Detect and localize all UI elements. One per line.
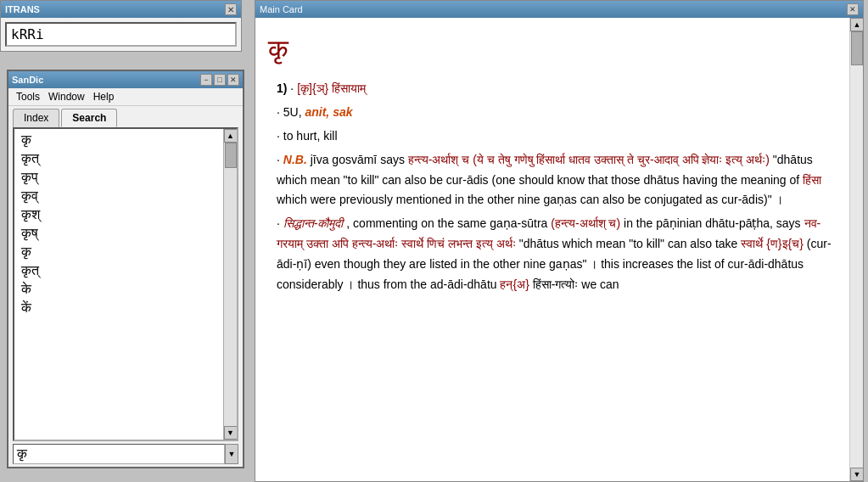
itrans-input-area [1,18,241,51]
entry-siddh-devanagari4: हन्{अ} [500,277,529,291]
entry-siddh-text1: , commenting on the same gaṇa-sūtra [346,216,551,230]
list-item[interactable]: कृत् [14,149,223,168]
entry-bullet: · [290,81,297,95]
entry-nb-himsa: हिंसा [803,173,821,187]
sandic-bottom-dropdown-area: कृ ▼ [8,441,243,467]
bullet-marker-3: · [277,153,283,166]
entry-anit: anit, sak [305,105,352,119]
scroll-thumb[interactable] [225,143,237,168]
sandic-menu-help[interactable]: Help [90,90,118,104]
maincard-title: Main Card [260,4,303,14]
entry-nb-label: N.B. [283,153,307,166]
entry-nb-block: · N.B. jīva gosvāmī says हन्त्य-अर्थाश् … [268,150,837,210]
entry-nb-devanagari: हन्त्य-अर्थाश् च (ये च तेषु गणेषु हिंसार… [408,153,770,166]
sandic-maximize-button[interactable]: □ [214,74,226,86]
entry-bracket: [कृ]{ञ्} [297,81,328,95]
itrans-close-button[interactable]: ✕ [225,3,237,15]
tab-index[interactable]: Index [13,109,59,127]
sandic-menubar: Tools Window Help [8,88,243,106]
bullet-marker-4: · [277,216,283,230]
sandic-dropdown[interactable]: कृ [13,444,225,464]
entry-5u: 5U, [283,105,305,119]
entry-nb-author: jīva gosvāmī says [311,153,408,166]
bullet-marker-1: · [277,105,283,119]
maincard-scroll-thumb[interactable] [851,31,863,65]
itrans-window: ITRANS ✕ [0,0,242,52]
maincard-content-wrapper: कृ 1) · [कृ]{ञ्} हिंसायाम् · 5U, anit, s… [255,18,863,481]
maincard-close-button[interactable]: ✕ [847,3,859,15]
maincard-scroll-down[interactable]: ▼ [850,468,864,481]
scroll-down-arrow[interactable]: ▼ [224,426,238,440]
entry-siddh-devanagari3: स्वार्थे {ण}इ{च} [741,237,804,250]
itrans-title: ITRANS [5,4,40,14]
dropdown-arrow-icon[interactable]: ▼ [225,444,238,464]
maincard-titlebar: Main Card ✕ [255,1,863,18]
entry-siddh-name: सिद्धान्त-कौमुदी [283,216,344,230]
tab-search[interactable]: Search [61,109,117,127]
entry-number: 1) [277,81,287,95]
sandic-close-button[interactable]: ✕ [227,74,239,86]
entry-siddh-text3: "dhātus which mean "to kill" can also ta… [519,237,742,250]
entry-siddh-text2: in the pāṇinian dhātu-pāṭha, says [624,216,804,230]
list-item[interactable]: कृष् [14,224,223,243]
maincard-heading: कृ [268,26,837,72]
sandic-titlebar: SanDic − □ ✕ [8,71,243,88]
sandic-list-container: कृ कृत् कृप् कृव् कृश् कृष् कृ कृत् के क… [13,127,238,441]
entry-main-word: हिंसायाम् [332,81,366,95]
list-item[interactable]: कृव् [14,187,223,205]
maincard-content[interactable]: कृ 1) · [कृ]{ञ्} हिंसायाम् · 5U, anit, s… [255,18,849,481]
sandic-word-list[interactable]: कृ कृत् कृप् कृव् कृश् कृष् कृ कृत् के क… [14,129,223,440]
sandic-minimize-button[interactable]: − [200,74,212,86]
sandic-menu-tools[interactable]: Tools [13,90,43,104]
entry-siddh-devanagari1: (हन्त्य-अर्थाश् च) [551,216,620,230]
sandic-menu-window[interactable]: Window [45,90,88,104]
entry-siddh-block: · सिद्धान्त-कौमुदी , commenting on the s… [268,214,837,294]
maincard-scroll-up[interactable]: ▲ [850,18,864,31]
maincard-scrollbar[interactable]: ▲ ▼ [849,18,863,481]
sandic-window: SanDic − □ ✕ Tools Window Help Index Sea… [7,70,244,468]
list-item[interactable]: कृप् [14,168,223,187]
list-item[interactable]: कृ [14,131,223,149]
bullet-marker-2: · [277,129,283,143]
entry-siddh-wecan: we can [581,277,619,291]
list-item[interactable]: कृ [14,243,223,261]
entry-siddh-para: · सिद्धान्त-कौमुदी , commenting on the s… [277,214,837,294]
sandic-tab-bar: Index Search [8,106,243,127]
entry-meaning: to hurt, kill [283,129,338,143]
list-item[interactable]: कृत् [14,261,223,280]
scroll-up-arrow[interactable]: ▲ [224,129,238,143]
scroll-track [224,143,237,426]
list-item[interactable]: कृश् [14,205,223,224]
list-item[interactable]: कें [14,299,223,317]
list-item[interactable]: के [14,280,223,299]
sandic-list-scrollbar[interactable]: ▲ ▼ [223,129,237,440]
maincard-scroll-track [850,31,863,468]
itrans-titlebar: ITRANS ✕ [1,1,241,18]
entry-nb-continuation: which were previously mentioned in the o… [277,193,783,206]
entry-block: 1) · [कृ]{ञ्} हिंसायाम् [268,79,837,99]
entry-detail-2: · to hurt, kill [268,126,837,147]
entry-detail-1: · 5U, anit, sak [268,103,837,123]
itrans-search-input[interactable] [5,22,237,47]
sandic-title: SanDic [12,75,43,85]
entry-siddh-himsa: हिंसा-गत्योः [533,277,582,291]
sandic-window-buttons: − □ ✕ [200,74,239,86]
maincard-window: Main Card ✕ कृ 1) · [कृ]{ञ्} हिंसायाम् ·… [255,0,864,482]
